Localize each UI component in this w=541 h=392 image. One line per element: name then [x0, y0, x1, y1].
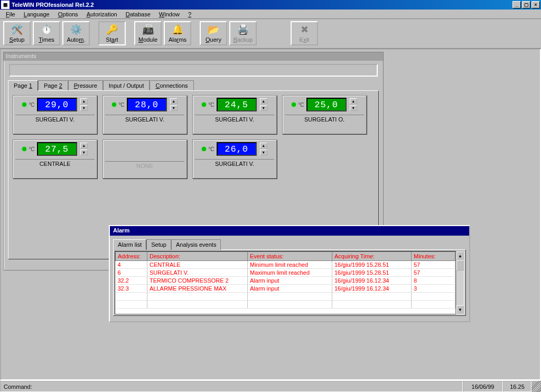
maximize-button[interactable]: ▢: [522, 1, 530, 8]
gears-icon: ⚙️: [70, 24, 82, 35]
spin-up-button[interactable]: ▲: [350, 98, 357, 104]
instrument-card[interactable]: NONE: [102, 139, 187, 179]
tab-alarm-setup[interactable]: Setup: [146, 239, 171, 250]
menu-window[interactable]: Window: [155, 11, 183, 18]
instrument-label: CENTRALE: [15, 159, 95, 166]
toolbar-module[interactable]: 📠 Module: [134, 21, 162, 45]
toolbar-start[interactable]: 🔑 Start: [98, 21, 126, 45]
scroll-down-button[interactable]: ▼: [456, 305, 464, 314]
menu-options[interactable]: Options: [54, 11, 82, 18]
alarm-row[interactable]: 32.3ALLARME PRESSIONE MAXAlarm input16/g…: [116, 285, 455, 293]
cell-time: 16/giu/1999 16.12.34: [332, 277, 412, 285]
instrument-label: SURGELATI V.: [195, 115, 274, 122]
instrument-spinner[interactable]: ▲▼: [170, 98, 178, 111]
tab-alarm-analysis[interactable]: Analysis events: [171, 239, 221, 250]
tab-alarm-list[interactable]: Alarm list: [113, 239, 146, 250]
toolbar-exit[interactable]: ✖ Exit: [291, 21, 318, 45]
unit-label: °C: [208, 102, 214, 108]
col-description[interactable]: Description:: [147, 252, 248, 261]
app-icon: ▦: [1, 1, 10, 9]
unit-label: °C: [298, 102, 304, 108]
instruments-name-field[interactable]: [9, 64, 378, 77]
instrument-card[interactable]: °C25,0▲▼SURGELATI O.: [282, 95, 367, 134]
scroll-up-button[interactable]: ▲: [456, 251, 464, 260]
minimize-button[interactable]: _: [512, 1, 521, 8]
spin-down-button[interactable]: ▼: [170, 105, 178, 111]
unit-label: °C: [29, 102, 34, 108]
spin-down-button[interactable]: ▼: [260, 150, 267, 155]
close-button[interactable]: ×: [531, 1, 540, 8]
col-time[interactable]: Acquiring Time:: [332, 252, 412, 261]
folder-icon: 📂: [208, 24, 219, 35]
alarm-row[interactable]: 4CENTRALEMinimum limit reached16/giu/199…: [116, 261, 455, 269]
col-status[interactable]: Event status:: [248, 252, 332, 261]
tab-page1[interactable]: Page 1: [8, 80, 38, 91]
toolbar-autom[interactable]: ⚙️ Autom.: [62, 21, 90, 45]
scroll-track[interactable]: [456, 270, 464, 305]
spin-down-button[interactable]: ▼: [80, 150, 88, 155]
spin-up-button[interactable]: ▲: [80, 98, 88, 104]
cell-address: 4: [116, 261, 147, 269]
toolbar-backup[interactable]: 🖨️ Backup: [229, 21, 257, 45]
cell-description: TERMICO COMPRESSORE 2: [147, 277, 248, 285]
instrument-label: SURGELATI V.: [195, 159, 274, 166]
spin-up-button[interactable]: ▲: [170, 98, 178, 104]
tab-pressure[interactable]: Pressure: [68, 80, 103, 91]
spin-up-button[interactable]: ▲: [260, 98, 267, 104]
instrument-spinner[interactable]: ▲▼: [260, 98, 267, 111]
toolbar-times[interactable]: ⏱️ Times: [33, 21, 60, 45]
instrument-card[interactable]: °C27,5▲▼CENTRALE: [13, 139, 97, 179]
cell-minutes: 57: [412, 261, 455, 269]
instrument-spinner[interactable]: ▲▼: [80, 98, 88, 111]
menu-autorization[interactable]: Autorization: [83, 11, 121, 18]
spin-down-button[interactable]: ▼: [350, 105, 357, 111]
instrument-display: 29,0: [37, 98, 77, 111]
cell-status: Maximum limit reached: [248, 269, 332, 277]
close-icon: ✖: [299, 24, 310, 35]
cell-address: 32.3: [116, 285, 147, 293]
alarm-scrollbar[interactable]: ▲ ▼: [456, 251, 464, 314]
alarm-row[interactable]: 32.2TERMICO COMPRESSORE 2Alarm input16/g…: [116, 277, 455, 285]
instrument-card[interactable]: °C29,0▲▼SURGELATI V.: [13, 95, 97, 134]
status-led-icon: [202, 147, 206, 151]
instrument-card[interactable]: °C26,0▲▼SURGELATI V.: [192, 139, 277, 179]
instrument-card[interactable]: °C24,5▲▼SURGELATI V.: [192, 95, 277, 134]
alarm-title: Alarm: [110, 226, 469, 236]
status-led-icon: [22, 102, 26, 107]
spin-up-button[interactable]: ▲: [80, 143, 88, 148]
tools-icon: 🛠️: [11, 24, 23, 35]
tab-connections[interactable]: Connections: [150, 80, 193, 91]
instrument-card[interactable]: °C28,0▲▼SURGELATI V.: [102, 95, 187, 134]
spin-down-button[interactable]: ▼: [80, 105, 88, 111]
instrument-display: 25,0: [306, 98, 347, 111]
menu-language[interactable]: Language: [20, 11, 53, 18]
instrument-label: SURGELATI O.: [285, 115, 364, 122]
menu-help[interactable]: ?: [184, 11, 195, 18]
menu-file[interactable]: File: [2, 11, 19, 18]
instrument-spinner[interactable]: ▲▼: [350, 98, 357, 111]
instrument-spinner[interactable]: ▲▼: [80, 143, 88, 155]
instruments-title: Instruments: [4, 52, 383, 61]
instrument-spinner[interactable]: ▲▼: [260, 143, 267, 155]
cell-status: Alarm input: [248, 277, 332, 285]
toolbar-setup[interactable]: 🛠️ Setup: [3, 21, 31, 45]
cell-minutes: 8: [412, 277, 455, 285]
spin-up-button[interactable]: ▲: [260, 143, 267, 148]
alarm-row[interactable]: 6SURGELATI V.Maximum limit reached16/giu…: [116, 269, 455, 277]
toolbar-alarms[interactable]: 🔔 Alarms: [164, 21, 191, 45]
spin-down-button[interactable]: ▼: [260, 105, 267, 111]
toolbar-query[interactable]: 📂 Query: [200, 21, 227, 45]
instrument-cards: °C29,0▲▼SURGELATI V.°C28,0▲▼SURGELATI V.…: [13, 95, 374, 179]
tab-page2[interactable]: Page 2: [38, 80, 68, 91]
resize-grip[interactable]: [531, 381, 541, 392]
cell-status: Minimum limit reached: [248, 261, 332, 269]
col-address[interactable]: Address:: [116, 252, 147, 261]
menu-database[interactable]: Database: [122, 11, 154, 18]
instrument-display: 28,0: [127, 98, 167, 111]
status-command: Command:: [0, 381, 463, 392]
col-minutes[interactable]: Minutes:: [412, 252, 455, 261]
tab-io[interactable]: Input / Output: [103, 80, 150, 91]
scroll-thumb[interactable]: [456, 260, 464, 270]
cell-time: 16/giu/1999 16.12.34: [332, 285, 412, 293]
status-bar: Command: 16/06/99 16.25: [0, 380, 541, 392]
